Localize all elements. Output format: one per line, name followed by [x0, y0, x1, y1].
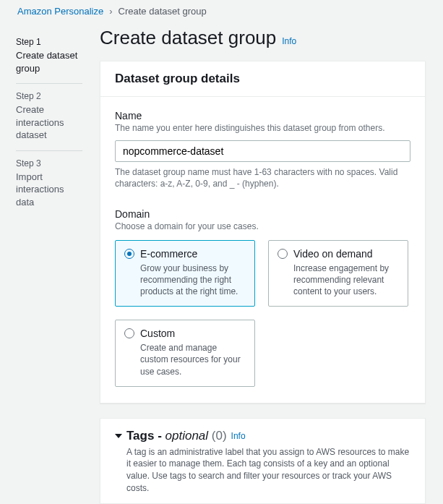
info-link[interactable]: Info: [282, 36, 296, 46]
tags-expand-toggle[interactable]: Tags - optional (0) Info: [115, 429, 410, 443]
breadcrumb-service-link[interactable]: Amazon Personalize: [17, 6, 103, 17]
domain-description: Choose a domain for your use cases.: [115, 221, 410, 233]
breadcrumb-current: Create dataset group: [119, 6, 207, 17]
domain-option-title: E-commerce: [140, 248, 197, 260]
chevron-right-icon: ›: [109, 6, 112, 17]
tags-description: A tag is an administrative label that yo…: [115, 446, 410, 495]
domain-option-desc: Increase engagement by recommending rele…: [278, 262, 399, 298]
domain-option-custom[interactable]: Custom Create and manage custom resource…: [115, 320, 255, 387]
breadcrumb: Amazon Personalize › Create dataset grou…: [0, 0, 443, 22]
tags-title-optional: optional: [165, 429, 209, 443]
sidebar-step-label: Step 3: [16, 158, 82, 168]
radio-icon: [124, 249, 134, 259]
sidebar-step-2[interactable]: Step 2 Create interactions dataset: [16, 84, 82, 151]
tags-panel: Tags - optional (0) Info A tag is an adm…: [100, 418, 426, 504]
main-content: Create dataset group Info Dataset group …: [87, 22, 443, 504]
name-description: The name you enter here distinguishes th…: [115, 123, 410, 134]
name-input[interactable]: [115, 140, 410, 162]
page-title-text: Create dataset group: [100, 27, 276, 49]
dataset-group-details-panel: Dataset group details Name The name you …: [100, 61, 426, 403]
name-hint: The dataset group name must have 1-63 ch…: [115, 166, 410, 189]
sidebar-step-title: Create interactions dataset: [16, 103, 82, 142]
panel-header: Dataset group details: [100, 61, 425, 97]
domain-option-title: Custom: [140, 328, 175, 339]
sidebar-step-label: Step 1: [16, 37, 82, 47]
sidebar-step-title: Import interactions data: [16, 171, 82, 209]
page-title: Create dataset group Info: [100, 27, 426, 49]
wizard-sidebar: Step 1 Create dataset group Step 2 Creat…: [0, 22, 87, 224]
domain-label: Domain: [115, 208, 410, 220]
domain-option-video-on-demand[interactable]: Video on demand Increase engagement by r…: [268, 240, 408, 307]
sidebar-step-1[interactable]: Step 1 Create dataset group: [16, 30, 82, 84]
radio-icon: [278, 249, 288, 259]
name-label: Name: [115, 110, 410, 121]
caret-down-icon: [115, 434, 122, 438]
sidebar-step-title: Create dataset group: [16, 49, 82, 74]
sidebar-step-label: Step 2: [16, 91, 82, 101]
domain-option-desc: Grow your business by recommending the r…: [124, 262, 246, 298]
domain-option-desc: Create and manage custom resources for y…: [124, 342, 246, 377]
tags-info-link[interactable]: Info: [231, 431, 246, 441]
radio-icon: [124, 328, 134, 338]
name-field: Name The name you enter here distinguish…: [115, 110, 410, 189]
domain-option-title: Video on demand: [293, 248, 373, 260]
tags-title: Tags - optional (0): [126, 429, 227, 443]
sidebar-step-3[interactable]: Step 3 Import interactions data: [16, 151, 82, 218]
tags-count: (0): [212, 429, 227, 443]
tags-title-prefix: Tags -: [126, 429, 165, 443]
domain-field: Domain Choose a domain for your use case…: [115, 208, 410, 387]
domain-option-ecommerce[interactable]: E-commerce Grow your business by recomme…: [115, 240, 255, 307]
